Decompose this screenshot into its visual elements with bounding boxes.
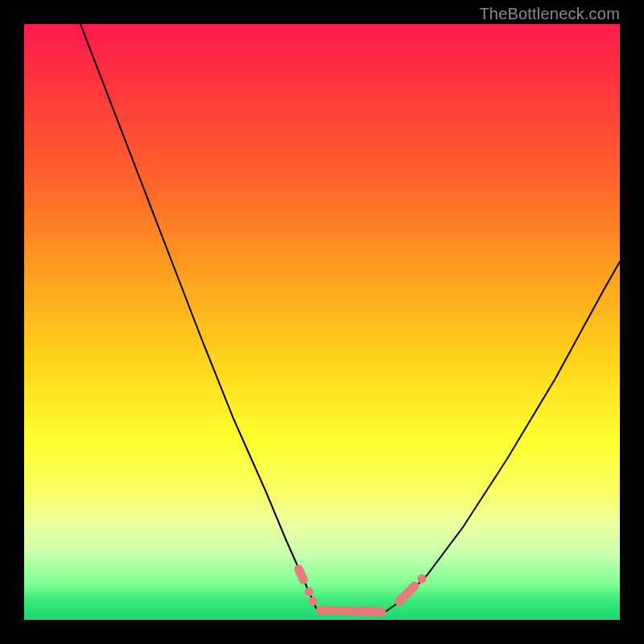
curve-left-branch xyxy=(80,24,316,609)
watermark-text: TheBottleneck.com xyxy=(479,5,620,23)
plot-area xyxy=(24,24,620,620)
overlay-dash xyxy=(299,569,303,580)
overlay-dot xyxy=(309,597,318,606)
overlay-dot xyxy=(305,588,314,597)
chart-svg xyxy=(24,24,620,620)
overlay-dash xyxy=(320,610,382,612)
curve-right-branch xyxy=(386,262,620,611)
overlay-markers xyxy=(299,569,427,612)
chart-frame: TheBottleneck.com xyxy=(0,0,644,644)
overlay-dot xyxy=(418,575,427,584)
overlay-dash xyxy=(399,586,415,601)
